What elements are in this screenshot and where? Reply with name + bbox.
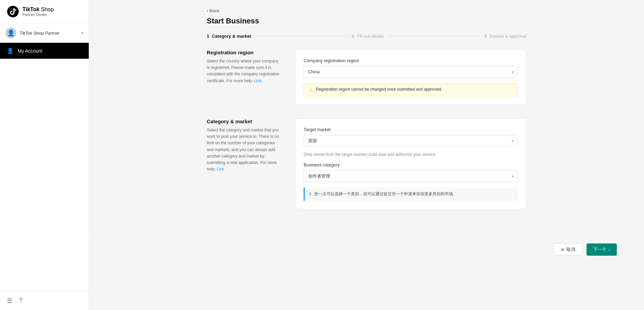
category-title: Category & market	[207, 118, 282, 124]
main-content: ‹ Back Start Business 1 Category & marke…	[89, 0, 644, 310]
sidebar-item-my-account[interactable]: 👤 My Account	[0, 43, 89, 59]
registration-warning: ⚠ Registration region cannot be changed …	[304, 83, 518, 96]
target-market-select[interactable]: 英国	[304, 135, 518, 147]
user-avatar: 👤	[5, 28, 16, 38]
warning-icon: ⚠	[309, 87, 313, 93]
registration-select-wrapper: China ▾	[304, 66, 518, 78]
step-3: 3 Review & approval	[484, 34, 526, 39]
account-icon: 👤	[7, 48, 14, 54]
registration-left: Registration region Select the country w…	[207, 50, 282, 105]
info-icon: ℹ	[309, 192, 311, 196]
business-category-label: Business category	[304, 162, 518, 167]
step-1-number: 1	[207, 34, 209, 39]
feedback-icon[interactable]: ☰	[7, 297, 12, 305]
category-section: Category & market Select the category an…	[207, 118, 526, 209]
step-2-label: Fill out details	[357, 34, 384, 39]
target-market-label: Target market	[304, 127, 518, 132]
registration-link[interactable]: Link.	[254, 78, 262, 83]
sidebar: TikTok Shop Partner Center 👤 TikTok Shop…	[0, 0, 89, 310]
sidebar-footer: ☰ ?	[0, 291, 89, 310]
target-market-helper: Only clients from the target market coul…	[304, 152, 518, 157]
step-3-label: Review & approval	[490, 34, 526, 39]
user-dropdown[interactable]: 👤 TikTok Shop Partner ▾	[0, 23, 89, 43]
category-right: Target market 英国 ▾ Only clients from the…	[295, 118, 526, 209]
registration-field-label: Company registration region	[304, 58, 518, 63]
logo-text: TikTok Shop Partner Center	[22, 6, 54, 17]
category-info-box: ℹ 您一次可以选择一个类别，但可以通过提交另一个申请来添加更多类别和市场。	[304, 187, 518, 201]
registration-region-select[interactable]: China	[304, 66, 518, 78]
registration-desc: Select the country where your company is…	[207, 58, 282, 84]
next-label: 下一个	[593, 247, 607, 253]
step-3-number: 3	[484, 34, 487, 39]
step-dots-1	[255, 36, 348, 36]
info-text: 您一次可以选择一个类别，但可以通过提交另一个申请来添加更多类别和市场。	[314, 192, 457, 196]
step-1: 1 Category & market	[207, 34, 251, 39]
cancel-label: 取消	[566, 247, 575, 253]
back-link[interactable]: ‹ Back	[207, 8, 526, 13]
logo-brand-line1: TikTok Shop	[22, 6, 54, 13]
category-desc: Select the category and market that you …	[207, 127, 282, 172]
sidebar-menu: 👤 My Account	[0, 43, 89, 291]
category-link[interactable]: Link	[217, 167, 224, 171]
category-left: Category & market Select the category an…	[207, 118, 282, 209]
form-footer: ✕ 取消 下一个 ›	[89, 236, 644, 262]
cancel-icon: ✕	[561, 247, 564, 252]
tiktok-logo-icon	[7, 5, 19, 18]
svg-point-0	[7, 6, 19, 17]
content-area: ‹ Back Start Business 1 Category & marke…	[180, 0, 554, 236]
next-button[interactable]: 下一个 ›	[587, 243, 617, 256]
step-2-number: 2	[352, 34, 354, 39]
person-icon: 👤	[7, 29, 15, 37]
next-chevron-icon: ›	[609, 247, 610, 252]
business-category-select-wrapper: 创作者管理 ▾	[304, 170, 518, 182]
warning-text: Registration region cannot be changed on…	[316, 87, 442, 92]
logo-brand-line2: Partner Center	[22, 13, 54, 17]
help-icon[interactable]: ?	[19, 297, 22, 305]
step-dots-2	[388, 36, 480, 36]
sidebar-item-label: My Account	[18, 48, 42, 54]
chevron-down-icon: ▾	[81, 31, 83, 35]
target-market-select-wrapper: 英国 ▾	[304, 135, 518, 147]
back-label: Back	[209, 8, 219, 13]
sidebar-logo: TikTok Shop Partner Center	[0, 0, 89, 23]
registration-title: Registration region	[207, 50, 282, 55]
registration-section: Registration region Select the country w…	[207, 50, 526, 105]
step-1-label: Category & market	[212, 34, 251, 39]
registration-right: Company registration region China ▾ ⚠ Re…	[295, 50, 526, 105]
page-title: Start Business	[207, 17, 526, 25]
step-2: 2 Fill out details	[352, 34, 384, 39]
back-chevron-icon: ‹	[207, 8, 208, 13]
user-name: TikTok Shop Partner	[20, 31, 78, 36]
business-category-select[interactable]: 创作者管理	[304, 170, 518, 182]
stepper: 1 Category & market 2 Fill out details 3…	[207, 34, 526, 39]
cancel-button[interactable]: ✕ 取消	[554, 243, 582, 256]
